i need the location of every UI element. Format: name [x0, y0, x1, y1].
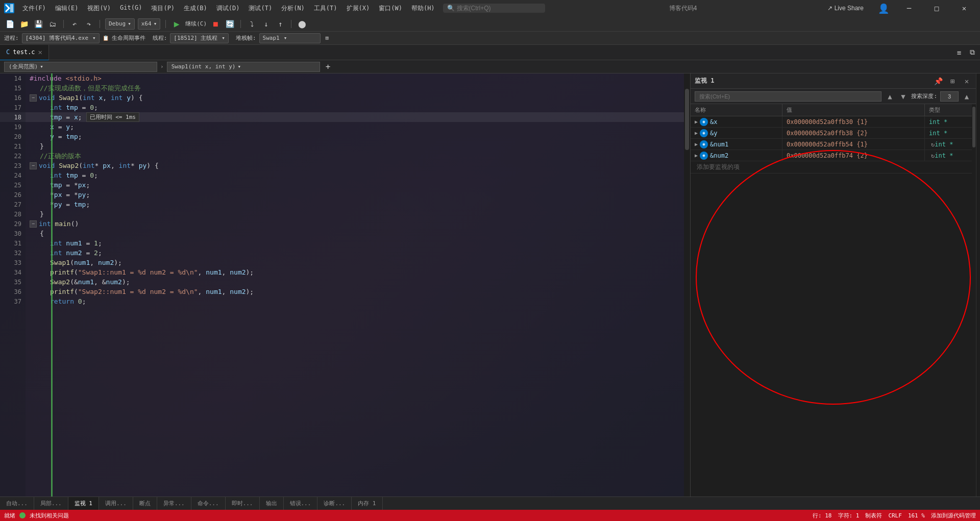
- tab-auto[interactable]: 自动...: [0, 497, 34, 510]
- refresh-icon-num2[interactable]: ↻: [931, 152, 935, 159]
- tab-command[interactable]: 命令...: [191, 497, 226, 510]
- new-file-button[interactable]: 📄: [4, 18, 15, 30]
- process-dropdown[interactable]: [4304] 博客代码4.exe ▾: [22, 33, 100, 43]
- menu-view[interactable]: 视图(V): [83, 2, 115, 15]
- menu-tools[interactable]: 工具(T): [310, 2, 341, 15]
- tab-breakpoints[interactable]: 断点: [133, 497, 157, 510]
- tab-diagnostics[interactable]: 诊断...: [317, 497, 352, 510]
- menu-extensions[interactable]: 扩展(X): [342, 2, 374, 15]
- close-panel-button[interactable]: ✕: [962, 76, 972, 86]
- menu-build[interactable]: 生成(B): [180, 2, 211, 15]
- step-into-button[interactable]: ↓: [260, 18, 272, 30]
- status-tab[interactable]: 制表符: [865, 512, 882, 519]
- menu-window[interactable]: 窗口(W): [375, 2, 406, 15]
- fold-23[interactable]: −: [30, 162, 37, 169]
- pin-button[interactable]: 📌: [933, 76, 943, 86]
- stop-button[interactable]: ⏹: [210, 18, 221, 30]
- code-line-31: int num1 = 1;: [26, 238, 690, 248]
- breakpoint-button[interactable]: ⬤: [297, 18, 308, 30]
- menu-git[interactable]: Git(G): [116, 2, 146, 15]
- debug-config-dropdown[interactable]: Debug ▾: [105, 18, 135, 30]
- thread-dropdown[interactable]: [18512] 主线程 ▾: [170, 33, 229, 43]
- search-up-button[interactable]: ▲: [885, 91, 895, 102]
- watch-search-input[interactable]: [695, 91, 881, 102]
- status-crlf[interactable]: CRLF: [888, 512, 902, 519]
- editor-area[interactable]: 14 15 16 17 18 19 20 21 22 23 24 25 26 2…: [0, 73, 690, 497]
- menu-file[interactable]: 文件(F): [18, 2, 50, 15]
- user-icon[interactable]: 👤: [874, 3, 893, 14]
- step-out-button[interactable]: ↑: [275, 18, 286, 30]
- far-right-scrollbar[interactable]: [976, 73, 980, 497]
- menu-debug[interactable]: 调试(D): [212, 2, 244, 15]
- line-27: 27: [0, 200, 26, 209]
- restart-button[interactable]: 🔄: [224, 18, 235, 30]
- expand-arrow-y[interactable]: ▶: [695, 130, 698, 136]
- tab-immediate[interactable]: 即时...: [226, 497, 260, 510]
- fold-29[interactable]: −: [30, 220, 37, 228]
- function-dropdown[interactable]: Swap1(int x, int y) ▾: [167, 62, 320, 72]
- no-problems[interactable]: 未找到相关问题: [30, 512, 69, 519]
- tab-close-button[interactable]: ✕: [38, 48, 42, 56]
- code-line-34: printf("Swap1::num1 = %d num2 = %d\n", n…: [26, 267, 690, 277]
- col-value: 值: [782, 104, 925, 116]
- menu-help[interactable]: 帮助(H): [407, 2, 439, 15]
- tab-errors[interactable]: 错误...: [284, 497, 318, 510]
- watch-panel-header: 监视 1 📌 ⊞ ✕: [691, 73, 976, 89]
- tab-memory1[interactable]: 内存 1: [352, 497, 382, 510]
- maximize-button[interactable]: □: [925, 0, 948, 16]
- scope-dropdown[interactable]: (全局范围) ▾: [4, 62, 157, 72]
- watch-scrollbar[interactable]: [972, 104, 976, 497]
- menu-analyze[interactable]: 分析(N): [277, 2, 309, 15]
- undo-button[interactable]: ↶: [69, 18, 80, 30]
- continue-button[interactable]: ▶: [171, 18, 182, 30]
- split-editor-button[interactable]: ⧉: [967, 47, 978, 58]
- menu-test[interactable]: 测试(T): [244, 2, 276, 15]
- redo-button[interactable]: ↷: [83, 18, 94, 30]
- tab-test-c[interactable]: C test.c ✕: [0, 45, 49, 60]
- expand-arrow-num1[interactable]: ▶: [695, 141, 698, 147]
- fold-16[interactable]: −: [30, 94, 37, 102]
- live-share-button[interactable]: ↗ Live Share: [821, 3, 870, 14]
- global-search[interactable]: 🔍: [443, 4, 545, 13]
- status-char[interactable]: 字符: 1: [838, 512, 860, 519]
- open-folder-button[interactable]: 📁: [18, 18, 30, 30]
- status-line[interactable]: 行: 18: [813, 512, 832, 519]
- menu-project[interactable]: 项目(P): [147, 2, 179, 15]
- search-input[interactable]: [457, 5, 533, 12]
- tab-exceptions[interactable]: 异常...: [157, 497, 191, 510]
- close-button[interactable]: ✕: [952, 0, 976, 16]
- expand-arrow-x[interactable]: ▶: [695, 119, 698, 125]
- expand-arrow-num2[interactable]: ▶: [695, 153, 698, 158]
- stack-dropdown[interactable]: Swap1 ▾: [259, 33, 321, 43]
- editor-scrollbar[interactable]: [684, 73, 690, 497]
- tab-watch1[interactable]: 监视 1: [68, 497, 99, 510]
- save-button[interactable]: 💾: [33, 18, 44, 30]
- search-depth-up-button[interactable]: ▲: [962, 91, 972, 102]
- line-36: 36: [0, 287, 26, 296]
- add-file-button[interactable]: +: [323, 62, 333, 72]
- step-over-button[interactable]: ⤵: [246, 18, 257, 30]
- menu-edit[interactable]: 编辑(E): [51, 2, 83, 15]
- toolbar-separator-5: [291, 20, 291, 28]
- minimize-button[interactable]: ─: [897, 0, 921, 16]
- tab-list-button[interactable]: ≡: [953, 47, 965, 58]
- status-zoom[interactable]: 161 %: [908, 512, 925, 519]
- tab-locals[interactable]: 局部...: [34, 497, 68, 510]
- expand-icon[interactable]: ⊞: [326, 35, 329, 41]
- platform-dropdown[interactable]: x64 ▾: [138, 18, 161, 30]
- status-indicator: [19, 512, 26, 518]
- title-bar: 文件(F) 编辑(E) 视图(V) Git(G) 项目(P) 生成(B) 调试(…: [0, 0, 980, 16]
- watch-scroll-thumb[interactable]: [972, 107, 975, 147]
- add-watch-item[interactable]: 添加要监视的项: [691, 161, 976, 173]
- search-down-button[interactable]: ▼: [898, 91, 908, 102]
- code-editor[interactable]: #include <stdio.h> //实现成函数，但是不能完成任务 − vo…: [26, 73, 690, 497]
- file-icon: C: [6, 48, 10, 56]
- move-button[interactable]: ⊞: [947, 76, 958, 86]
- refresh-icon-num1[interactable]: ↻: [931, 141, 935, 148]
- tab-call[interactable]: 调用...: [99, 497, 133, 510]
- search-depth-input[interactable]: [940, 91, 959, 102]
- save-all-button[interactable]: 🗂: [47, 18, 58, 30]
- status-add-source[interactable]: 添加到源代码管理: [931, 512, 976, 519]
- scroll-thumb[interactable]: [685, 89, 689, 150]
- tab-output[interactable]: 输出: [260, 497, 284, 510]
